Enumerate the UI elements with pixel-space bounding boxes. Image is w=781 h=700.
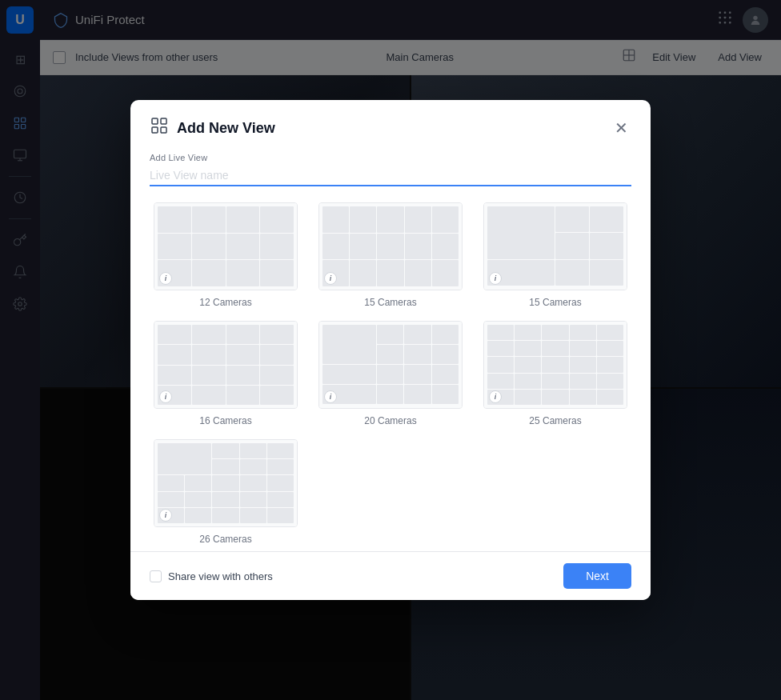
layout-label-25: 25 Cameras [529, 415, 581, 426]
layout-thumb-12[interactable]: i [154, 202, 298, 290]
info-badge-26: i [159, 509, 172, 522]
layout-thumb-16[interactable]: i [154, 321, 298, 409]
share-view-text: Share view with others [168, 570, 273, 582]
modal-header: Add New View ✕ [130, 100, 651, 153]
svg-rect-23 [152, 118, 158, 124]
layout-item-20: i 20 Cameras [314, 321, 467, 426]
layout-thumb-20[interactable]: i [318, 321, 463, 409]
info-badge-25: i [489, 390, 502, 403]
modal-header-icon [150, 116, 169, 140]
layout-thumb-15b[interactable]: i [483, 202, 627, 290]
layout-label-12: 12 Cameras [199, 297, 251, 308]
add-new-view-modal: Add New View ✕ Add Live View i [130, 100, 651, 600]
info-badge-16: i [159, 390, 172, 403]
layout-label-26: 26 Cameras [199, 534, 251, 545]
layout-grid: i 16 Cameras [150, 321, 631, 426]
share-view-checkbox[interactable] [150, 570, 162, 582]
modal-close-button[interactable]: ✕ [611, 117, 631, 139]
info-badge-15a: i [324, 272, 337, 285]
svg-rect-25 [152, 127, 158, 133]
live-view-section-label: Add Live View [150, 153, 631, 162]
layout-thumb-25[interactable]: i [483, 321, 627, 409]
live-view-name-input[interactable] [150, 166, 631, 186]
layout-item-25: i 25 Cameras [479, 321, 631, 426]
modal-title: Add New View [177, 120, 275, 137]
layout-item-12: i 12 Cameras [150, 202, 302, 308]
svg-rect-26 [161, 127, 166, 133]
info-badge-15b: i [489, 272, 502, 285]
modal-overlay: Add New View ✕ Add Live View i [0, 0, 781, 700]
layout-item-16: i 16 Cameras [150, 321, 302, 426]
layout-item-15a: i 15 Cameras [314, 202, 467, 308]
layout-label-16: 16 Cameras [199, 415, 251, 426]
layout-label-15a: 15 Cameras [364, 297, 416, 308]
layout-item-15b: i 15 Cameras [479, 202, 631, 308]
layout-label-20: 20 Cameras [364, 415, 416, 426]
modal-body: Add Live View i 12 Cameras [130, 153, 651, 551]
modal-footer: Share view with others Next [130, 551, 651, 600]
layout-label-15b: 15 Cameras [529, 297, 581, 308]
info-badge-12: i [159, 272, 172, 285]
share-view-label[interactable]: Share view with others [150, 570, 273, 582]
svg-rect-24 [161, 118, 166, 124]
layout-item-26: i 26 Cameras [150, 439, 302, 545]
info-badge-20: i [324, 390, 337, 403]
layout-thumb-26[interactable]: i [154, 439, 298, 527]
layout-thumb-15a[interactable]: i [318, 202, 463, 290]
next-button[interactable]: Next [563, 563, 631, 589]
